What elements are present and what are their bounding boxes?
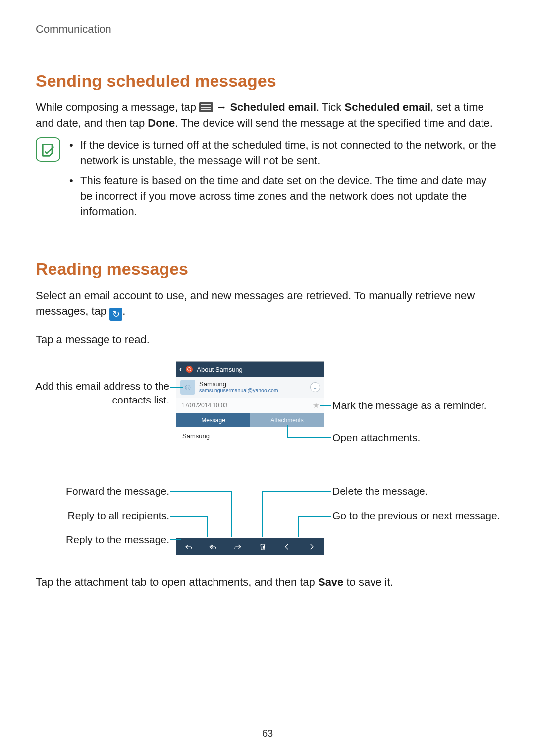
lead-line [298, 516, 331, 517]
back-icon[interactable]: ‹ [179, 365, 182, 374]
lead-line [320, 405, 331, 406]
lead-line [231, 491, 232, 537]
delete-icon[interactable] [255, 542, 270, 551]
next-icon[interactable] [304, 542, 319, 551]
lead-line [287, 437, 331, 438]
heading-reading-messages: Reading messages [36, 259, 499, 279]
sender-row: ☺ Samsung samsungusermanual@yahoo.com ⌄ [176, 377, 324, 398]
text-fragment: Select an email account to use, and new … [36, 289, 475, 317]
note-block: If the device is turned off at the sched… [36, 137, 499, 224]
callout-forward: Forward the message. [31, 484, 169, 498]
page-number: 63 [0, 728, 535, 739]
lead-line [298, 516, 299, 537]
lead-line [262, 491, 331, 492]
lead-line [262, 491, 263, 537]
sender-email: samsungusermanual@yahoo.com [199, 388, 306, 394]
para-reading-1: Select an email account to use, and new … [36, 288, 499, 321]
note-item: If the device is turned off at the sched… [69, 137, 499, 169]
reply-icon[interactable] [181, 542, 196, 551]
forward-icon[interactable] [230, 542, 245, 551]
bold-label: Save [318, 576, 343, 588]
bold-label: Scheduled email [230, 101, 316, 113]
lead-line [170, 516, 207, 517]
callout-reply-all: Reply to all recipients. [31, 509, 169, 523]
callout-mark-reminder: Mark the message as a reminder. [332, 399, 501, 412]
text-fragment: . The device will send the message at th… [175, 117, 493, 129]
menu-icon [199, 102, 213, 112]
bold-label: Done [148, 117, 175, 129]
text-fragment: to save it. [343, 576, 393, 588]
text-fragment: While composing a message, tap [36, 101, 199, 113]
text-fragment: . Tick [316, 101, 344, 113]
reply-all-icon[interactable] [206, 542, 220, 551]
lead-line [170, 539, 181, 540]
chapter-title: Communication [36, 23, 499, 36]
figure-email-reader: ‹ About Samsung ☺ Samsung samsunguserman… [36, 361, 499, 559]
callout-add-contact: Add this email address to the contacts l… [31, 379, 169, 407]
callout-delete: Delete the message. [332, 484, 501, 498]
message-body: Samsung [176, 427, 324, 538]
para-sending-scheduled: While composing a message, tap → Schedul… [36, 100, 499, 131]
phone-title: About Samsung [197, 366, 243, 373]
callout-open-attachments: Open attachments. [332, 431, 501, 445]
heading-sending-scheduled: Sending scheduled messages [36, 71, 499, 91]
text-fragment: Tap the attachment tab to open attachmen… [36, 576, 318, 588]
date-row: 17/01/2014 10:03 ★ [176, 398, 324, 413]
text-fragment: . [122, 305, 125, 317]
phone-bottombar [176, 538, 324, 555]
phone-titlebar: ‹ About Samsung [176, 362, 324, 377]
tab-message[interactable]: Message [176, 413, 250, 427]
lead-line [287, 425, 288, 438]
app-icon [186, 366, 193, 373]
text-fragment: → [213, 101, 230, 113]
star-icon[interactable]: ★ [313, 401, 319, 410]
bold-label: Scheduled email [344, 101, 430, 113]
timestamp: 17/01/2014 10:03 [181, 402, 227, 409]
tabs-row: Message Attachments [176, 413, 324, 427]
expand-button[interactable]: ⌄ [310, 382, 320, 392]
para-attachments-save: Tap the attachment tab to open attachmen… [36, 574, 499, 590]
lead-line [170, 387, 183, 388]
note-icon [36, 137, 60, 162]
prev-icon[interactable] [279, 542, 294, 551]
note-list: If the device is turned off at the sched… [69, 137, 499, 224]
lead-line [207, 516, 208, 537]
sender-info: Samsung samsungusermanual@yahoo.com [199, 381, 306, 394]
callout-reply: Reply to the message. [31, 533, 169, 547]
phone-mock: ‹ About Samsung ☺ Samsung samsunguserman… [176, 361, 324, 546]
refresh-icon: ↻ [109, 308, 122, 321]
para-reading-2: Tap a message to read. [36, 332, 499, 348]
note-item: This feature is based on the time and da… [69, 173, 499, 220]
callout-prev-next: Go to the previous or next message. [332, 509, 501, 523]
sender-name: Samsung [199, 381, 306, 388]
lead-line [170, 491, 231, 492]
